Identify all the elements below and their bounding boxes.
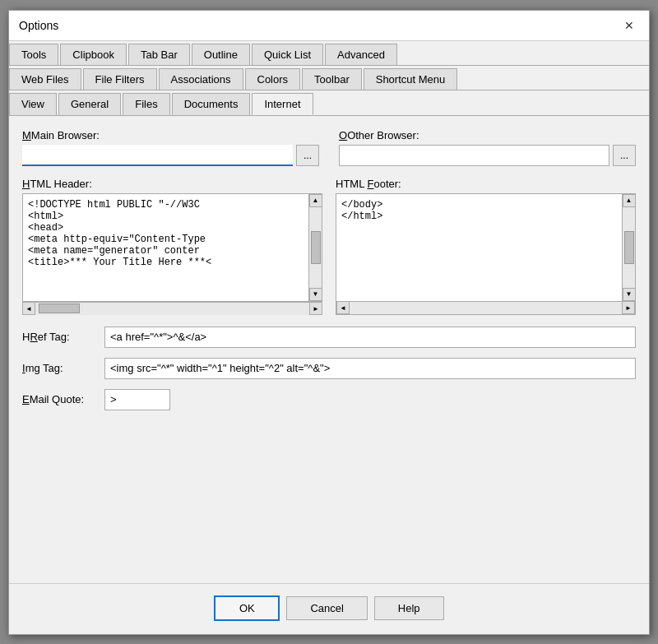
html-header-wrap: ▲ ▼ [22,193,322,302]
other-browser-input[interactable] [339,145,609,166]
tab-tools[interactable]: Tools [9,44,58,65]
img-tag-input[interactable] [104,358,636,379]
scroll-down-arrow-2[interactable]: ▼ [623,288,636,301]
other-browser-input-row: ... [339,145,636,166]
html-header-group: HTML Header: ▲ ▼ ◄ ► [22,178,322,315]
tab-tabbar[interactable]: Tab Bar [128,44,190,65]
tab-files[interactable]: Files [123,93,169,115]
browser-row: MMain Browser: ... OOther Browser: ... [22,129,636,166]
cancel-button[interactable]: Cancel [286,596,367,620]
tab-quicklist[interactable]: Quick List [252,44,323,65]
scroll-thumb-h[interactable] [39,303,80,313]
tab-associations[interactable]: Associations [159,68,243,90]
href-tag-input[interactable] [104,327,636,348]
main-browser-label: MMain Browser: [22,129,319,141]
html-header-hscroll[interactable]: ◄ ► [22,302,322,315]
tab-shortcutmenu[interactable]: Shortcut Menu [364,68,458,90]
scroll-thumb[interactable] [311,231,321,264]
scroll-right-arrow-2[interactable]: ► [622,301,635,314]
tab-row-1: Tools Clipbook Tab Bar Outline Quick Lis… [9,41,649,66]
tab-documents[interactable]: Documents [172,93,251,115]
scroll-up-arrow[interactable]: ▲ [309,194,322,207]
html-footer-textarea[interactable] [336,194,622,301]
scroll-left-arrow-2[interactable]: ◄ [336,301,350,314]
main-browser-label-underline: M [22,129,31,141]
other-browser-group: OOther Browser: ... [339,129,636,166]
tab-outline[interactable]: Outline [192,44,250,65]
tab-view[interactable]: View [9,93,57,115]
title-bar: Options ✕ [9,11,649,41]
window-title: Options [19,19,58,32]
ok-button[interactable]: OK [214,595,280,621]
html-footer-wrap: ▲ ▼ ◄ ► [336,193,636,315]
tab-advanced[interactable]: Advanced [325,44,397,65]
main-browser-input-row: ... [22,145,319,166]
tab-toolbar[interactable]: Toolbar [302,68,362,90]
html-footer-hscroll[interactable]: ◄ ► [336,301,635,314]
tab-clipbook[interactable]: Clipbook [60,44,127,65]
email-quote-input[interactable] [104,389,170,410]
html-header-label: HTML Header: [22,178,322,190]
main-browser-browse-btn[interactable]: ... [296,145,319,166]
options-window: Options ✕ Tools Clipbook Tab Bar Outline… [8,10,650,635]
scroll-thumb-2[interactable] [624,231,634,264]
close-button[interactable]: ✕ [619,17,639,34]
html-footer-scrollbar[interactable]: ▲ ▼ [622,194,635,301]
img-tag-row: Img Tag: [22,358,636,379]
main-browser-input[interactable] [22,145,293,166]
html-header-textarea[interactable] [23,194,308,301]
scroll-right-arrow[interactable]: ► [309,302,322,315]
bottom-buttons: OK Cancel Help [9,583,649,634]
html-footer-group: HTML Footer: ▲ ▼ ◄ ► [336,178,636,315]
html-header-label-underline: H [22,178,30,190]
content-area: MMain Browser: ... OOther Browser: ... [9,116,649,583]
html-footer-main-row: ▲ ▼ [336,194,635,301]
scroll-left-arrow[interactable]: ◄ [22,302,35,315]
html-areas-row: HTML Header: ▲ ▼ ◄ ► [22,178,636,315]
scroll-down-arrow[interactable]: ▼ [309,288,322,301]
img-tag-label: Img Tag: [22,362,96,374]
tab-general[interactable]: General [58,93,121,115]
tab-row-3: View General Files Documents Internet [9,90,649,116]
tab-webfiles[interactable]: Web Files [9,68,81,90]
other-browser-label-underline: O [339,129,347,141]
email-quote-row: EMail Quote: [22,389,636,410]
tabs-container: Tools Clipbook Tab Bar Outline Quick Lis… [9,41,649,116]
href-tag-row: HRef Tag: [22,327,636,348]
main-browser-group: MMain Browser: ... [22,129,319,166]
html-header-scrollbar[interactable]: ▲ ▼ [308,194,322,301]
tab-internet[interactable]: Internet [252,93,313,115]
tab-row-2: Web Files File Filters Associations Colo… [9,66,649,90]
href-tag-label: HRef Tag: [22,331,96,343]
scroll-up-arrow-2[interactable]: ▲ [623,194,636,207]
email-quote-label: EMail Quote: [22,393,96,405]
help-button[interactable]: Help [374,596,444,620]
other-browser-label: OOther Browser: [339,129,636,141]
other-browser-browse-btn[interactable]: ... [613,145,636,166]
tab-colors[interactable]: Colors [245,68,301,90]
tab-filefilters[interactable]: File Filters [83,68,157,90]
html-footer-label: HTML Footer: [336,178,636,190]
